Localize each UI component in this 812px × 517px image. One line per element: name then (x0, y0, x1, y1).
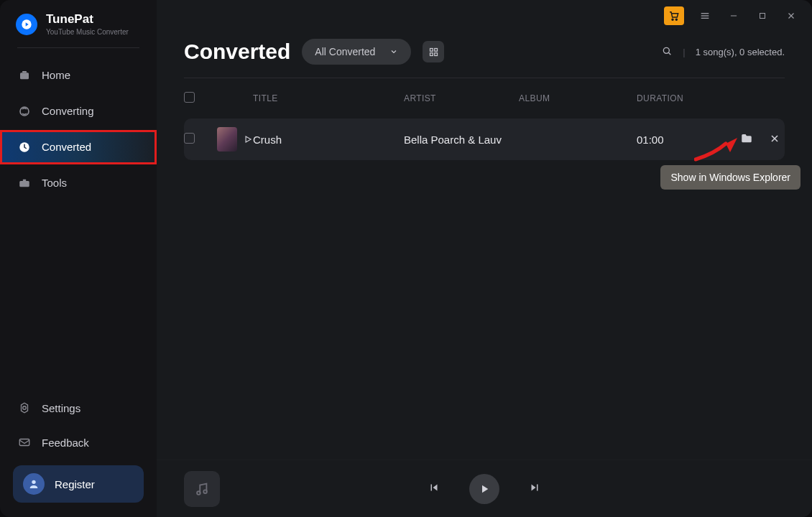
gear-icon (17, 401, 32, 414)
svg-point-10 (32, 480, 35, 484)
row-checkbox[interactable] (184, 133, 195, 144)
app-subtitle: YouTube Music Converter (46, 28, 129, 36)
sidebar-item-label: Settings (42, 402, 80, 414)
track-row[interactable]: Crush Bella Poarch & Lauv 01:00 (184, 118, 785, 160)
sidebar-item-tools[interactable]: Tools (0, 166, 157, 200)
filter-label: All Converted (315, 46, 375, 57)
svg-rect-5 (19, 181, 29, 187)
now-playing-chip[interactable] (184, 471, 220, 507)
sync-icon (17, 105, 32, 118)
svg-rect-21 (435, 48, 438, 51)
app-title: TunePat (46, 13, 129, 27)
sidebar-item-label: Tools (42, 177, 67, 189)
sidebar-item-settings[interactable]: Settings (0, 391, 157, 425)
svg-rect-6 (23, 179, 27, 180)
svg-marker-32 (482, 485, 488, 493)
svg-point-30 (197, 491, 200, 495)
svg-rect-17 (760, 14, 765, 19)
search-icon (661, 45, 673, 57)
menu-button[interactable] (693, 4, 717, 27)
maximize-icon (758, 11, 767, 20)
svg-point-31 (203, 490, 207, 493)
svg-rect-9 (19, 439, 29, 446)
close-icon (786, 11, 796, 21)
window-close-button[interactable] (779, 4, 803, 27)
svg-line-25 (669, 52, 671, 55)
sidebar-item-label: Feedback (42, 437, 89, 449)
player-controls (428, 474, 541, 504)
table-header-row: TITLE ARTIST ALBUM DURATION (184, 78, 785, 118)
svg-rect-23 (435, 52, 438, 55)
clock-icon (17, 141, 32, 154)
sidebar-item-label: Converted (42, 141, 91, 153)
search-button[interactable] (661, 45, 673, 59)
track-artist: Bella Poarch & Lauv (404, 134, 519, 146)
svg-marker-7 (22, 403, 28, 413)
main-area: Converted All Converted | 1 song(s), 0 s… (157, 0, 812, 517)
sidebar-nav: Home Converting Converted Tools (0, 58, 157, 200)
chevron-down-icon (389, 47, 398, 56)
remove-track-button[interactable] (769, 133, 780, 146)
separator: | (683, 47, 685, 57)
mail-icon (17, 436, 32, 449)
close-icon (769, 133, 780, 144)
page-title: Converted (184, 39, 290, 64)
svg-point-24 (664, 47, 670, 53)
track-duration: 01:00 (637, 134, 716, 146)
play-icon (478, 483, 491, 495)
svg-rect-2 (22, 71, 27, 73)
cart-button[interactable] (664, 6, 684, 25)
register-button[interactable]: Register (13, 465, 144, 503)
column-header-album: ALBUM (519, 93, 637, 103)
window-maximize-button[interactable] (750, 4, 775, 27)
svg-rect-20 (430, 48, 433, 51)
filter-dropdown[interactable]: All Converted (302, 39, 411, 65)
play-pause-button[interactable] (469, 474, 499, 504)
sidebar-item-converting[interactable]: Converting (0, 94, 157, 129)
app-logo-icon (16, 14, 37, 35)
selection-status: 1 song(s), 0 selected. (696, 47, 785, 57)
sidebar-item-feedback[interactable]: Feedback (0, 425, 157, 460)
next-track-button[interactable] (528, 481, 541, 497)
minimize-icon (729, 11, 739, 21)
column-header-title: TITLE (253, 93, 404, 103)
window-minimize-button[interactable] (721, 4, 746, 27)
window-titlebar (157, 0, 812, 32)
play-icon[interactable] (243, 134, 253, 144)
svg-rect-22 (430, 52, 433, 55)
header-right: | 1 song(s), 0 selected. (661, 45, 785, 59)
person-icon (23, 473, 45, 495)
sidebar-item-label: Home (42, 69, 70, 81)
sidebar-item-converted[interactable]: Converted (0, 130, 157, 164)
view-grid-button[interactable] (423, 41, 444, 62)
toolbox-icon (17, 177, 32, 190)
previous-track-button[interactable] (428, 481, 440, 497)
hamburger-icon (699, 10, 711, 22)
sidebar-bottom-nav: Settings Feedback Register (0, 391, 157, 503)
page-header: Converted All Converted | 1 song(s), 0 s… (157, 32, 812, 69)
track-title: Crush (253, 134, 404, 146)
folder-icon (740, 132, 753, 145)
music-note-icon (194, 481, 210, 497)
column-header-artist: ARTIST (404, 93, 519, 103)
open-folder-button[interactable] (740, 132, 753, 147)
sidebar-item-home[interactable]: Home (0, 58, 157, 93)
svg-marker-26 (246, 136, 251, 142)
player-bar (157, 460, 812, 517)
svg-rect-1 (20, 73, 29, 79)
select-all-checkbox[interactable] (184, 92, 195, 103)
column-header-duration: DURATION (637, 93, 716, 103)
svg-point-8 (23, 406, 27, 410)
brand-block: TunePat YouTube Music Converter (0, 13, 157, 47)
register-label: Register (55, 478, 95, 490)
tooltip-show-in-explorer: Show in Windows Explorer (660, 165, 801, 190)
svg-point-12 (675, 19, 677, 20)
sidebar-divider (17, 47, 139, 48)
track-thumbnail (217, 127, 237, 152)
skip-previous-icon (428, 481, 440, 494)
sidebar: TunePat YouTube Music Converter Home Con… (0, 0, 157, 517)
home-icon (17, 69, 32, 82)
tracks-table: TITLE ARTIST ALBUM DURATION Crush Bella … (157, 78, 812, 160)
sidebar-item-label: Converting (42, 105, 94, 117)
grid-icon (428, 47, 439, 57)
